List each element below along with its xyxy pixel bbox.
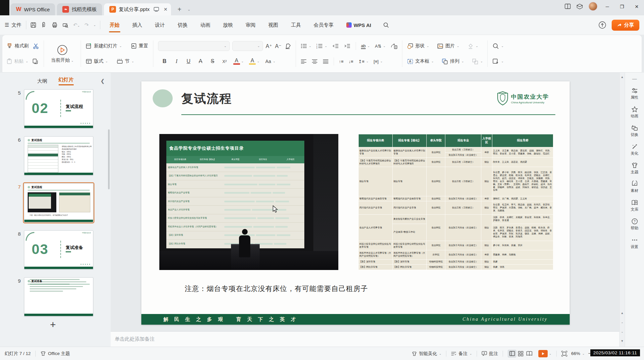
smart-beautify-button[interactable]: 智能美化⌄ [412,351,442,357]
clear-format-icon[interactable] [284,43,291,49]
canvas-scrollbar[interactable]: ▲ ▲ ⌃ ⌄ ▼ [619,73,625,347]
align-center-icon[interactable] [312,59,318,64]
distribute-icon[interactable] [323,59,329,64]
cloud-upload-icon[interactable] [598,21,606,29]
increase-indent-icon[interactable] [344,43,351,49]
line-spacing-icon[interactable]: ↑≡ [339,59,344,64]
picture-button[interactable]: 图片⌄ [437,43,459,49]
decrease-font-icon[interactable]: A⁻ [275,43,282,49]
text-direction-icon[interactable]: A⇅ [375,44,382,49]
menu-tools[interactable]: 工具 [290,20,302,30]
reset-button[interactable]: 重置 [131,43,148,49]
normal-view-button[interactable] [508,350,516,358]
textbox-button[interactable]: A 文本框⌄ [407,58,434,65]
slide-title[interactable]: 复试流程 [181,91,232,107]
shadow-icon[interactable]: S [209,58,216,64]
add-slide-button[interactable]: + [50,319,111,330]
slide-editing-area[interactable]: 复试流程 中国农业大学 China Agricultural Universit… [141,81,570,325]
panel-scrollbar[interactable] [108,129,110,189]
skin-settings-icon[interactable] [577,4,583,9]
change-case-icon[interactable]: Aa [265,59,272,64]
menu-slideshow[interactable]: 放映 [222,20,234,30]
sidebar-item-transition[interactable]: 切换 [625,122,644,140]
numbering-icon[interactable]: 123 [316,43,323,49]
fill-color-button[interactable]: ⌄ [467,43,478,49]
redo-icon[interactable]: ↷ [85,22,89,28]
bullets-icon[interactable] [301,43,307,49]
lecture-photo[interactable]: 食品学院专业学位硕士招生专项目录 招生专项分类招生专项【细化】 牵头学院招生专业… [159,134,338,270]
print-icon[interactable] [52,22,58,28]
convert-smartart-icon[interactable] [391,43,397,49]
arrange-button[interactable]: 排列⌄ [442,58,464,65]
slide-note-text[interactable]: 注意：烟台专项在北京没有床位，有可能需要自己租房子 [185,284,368,293]
paragraph-spacing-icon[interactable]: ↓≡ [349,59,353,64]
new-slide-button[interactable]: 新建幻灯片⌄ [86,43,122,49]
menu-transition[interactable]: 切换 [177,20,188,30]
integrate-mode-icon[interactable] [154,7,159,12]
font-size-combobox[interactable]: ⌄ [232,41,263,51]
ribbon-search-icon[interactable] [383,22,389,28]
sidebar-item-library[interactable]: 文库 [625,197,644,215]
undo-icon[interactable]: ↶⌄ [73,22,80,28]
menu-animation[interactable]: 动画 [200,20,211,30]
play-options-chevron-icon[interactable]: ⌄ [549,352,552,355]
menu-review[interactable]: 审阅 [245,20,256,30]
sidebar-item-help[interactable]: ? 帮助 [625,215,644,233]
slide-thumbnail-8[interactable]: 中国农业大学 03 复试准备 ● ● ● ● ● [24,230,93,269]
tab-slides[interactable]: 幻灯片 [59,77,74,85]
restore-button[interactable]: ❐ [615,0,629,13]
menu-member[interactable]: 会员专享 [313,20,334,30]
account-avatar[interactable] [589,2,597,11]
slide-thumbnail-5[interactable]: 中国农业大学 02 复试流程 ● ● ● ● ● [24,89,93,128]
menu-design[interactable]: 设计 [154,20,166,30]
file-menu[interactable]: ☰ 文件 [5,22,21,28]
sidebar-item-animation[interactable]: 动画 [625,103,644,121]
menu-view[interactable]: 视图 [268,20,279,30]
next-slide-icon[interactable]: ⌄ [620,330,625,333]
play-from-current-button[interactable]: 当前开始 ⌄ [48,38,77,70]
char-spacing-icon[interactable]: ab [361,43,366,49]
scroll-up-icon[interactable]: ▲ [620,75,625,79]
export-pdf-icon[interactable] [41,22,47,28]
admission-table[interactable]: 招生专项分类招生专项【细化】 牵头学院招生专业 入学校区招生导师 健康食品产业发… [358,134,553,270]
slide-thumbnail-9[interactable]: 复试准备 [24,277,93,316]
menu-wps-ai[interactable]: WPS AI [346,20,372,30]
new-tab-icon[interactable]: + [178,6,182,13]
sidebar-item-theme[interactable]: 主题 [625,159,644,177]
paste-button[interactable]: 粘贴⌄ [6,58,28,64]
share-button[interactable]: 分享 [612,20,639,31]
highlight-color-icon[interactable]: A [249,58,256,65]
text-align-box-icon[interactable]: [≡] [374,59,379,64]
font-color-icon[interactable]: A [233,58,240,65]
slideshow-play-button[interactable] [538,350,548,357]
layout-button[interactable]: 版式⌄ [86,58,108,65]
theme-button[interactable]: Office 主题 [40,351,70,357]
font-family-combobox[interactable]: ⌄ [158,41,230,51]
shapes-button[interactable]: 形状⌄ [407,43,429,49]
sidebar-item-properties[interactable]: 属性 [625,85,644,103]
copy-icon[interactable] [32,58,38,64]
underline-icon[interactable]: U [185,58,192,64]
customize-toolbar-icon[interactable]: ⌄ [93,23,96,27]
section-button[interactable]: 节⌄ [117,58,134,65]
menu-insert[interactable]: 插入 [132,20,143,30]
selection-pane-button[interactable]: ⌄ [492,58,504,64]
format-painter-button[interactable]: 格式刷 [6,43,29,49]
find-replace-button[interactable]: ⌄ [492,43,504,49]
columns-icon[interactable]: ↥≡ [358,59,364,64]
tab-list-chevron-icon[interactable]: ⌄ [187,7,190,12]
group-button[interactable]: ⌄ [472,58,483,65]
slide-thumbnail-7-selected[interactable]: 复试流程 注意：烟台专项在北京没有床位，有可能需要自己租房子 [24,183,93,222]
window-layout-icon[interactable] [565,4,571,9]
sidebar-item-settings[interactable]: 设置 [625,234,644,252]
menu-home[interactable]: 开始 [109,20,120,30]
italic-icon[interactable]: I [173,58,180,64]
save-icon[interactable] [30,22,36,28]
slide-sorter-view-button[interactable] [516,350,525,358]
decrease-indent-icon[interactable] [332,43,339,49]
align-left-icon[interactable] [301,59,307,64]
reading-view-button[interactable] [525,350,534,358]
comments-button[interactable]: 批注 [482,351,498,357]
notes-toggle-button[interactable]: 备注⌄ [451,351,472,357]
tab-outline[interactable]: 大纲 [37,78,47,84]
